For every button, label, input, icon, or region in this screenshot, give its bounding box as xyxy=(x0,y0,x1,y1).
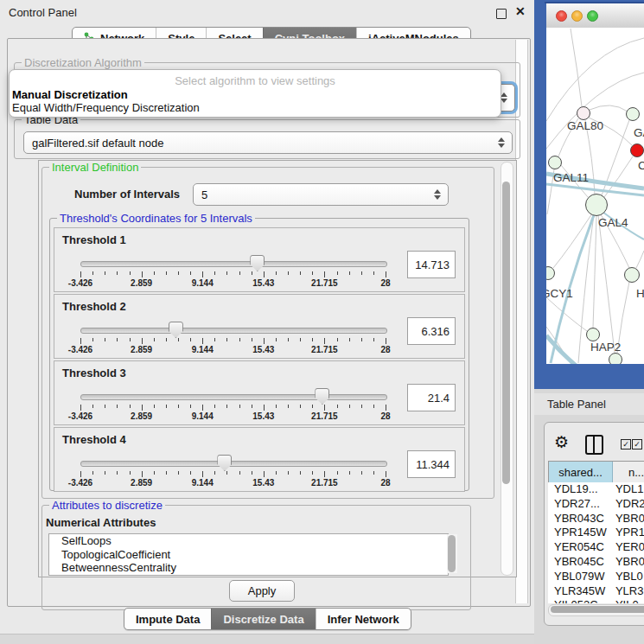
network-node[interactable] xyxy=(587,328,600,341)
network-node[interactable] xyxy=(625,268,640,283)
attribute-item[interactable]: SelfLoops xyxy=(49,534,448,548)
table-rows[interactable]: YDL19...YDL1YDR27...YDR2YBR043CYBR0YPR14… xyxy=(548,482,644,603)
threshold-value-field[interactable]: 11.344 xyxy=(407,450,456,478)
network-node[interactable] xyxy=(631,144,644,157)
threshold-row-3: Threshold 3-3.4262.8599.14415.4321.71528… xyxy=(54,360,465,425)
network-node[interactable] xyxy=(546,267,555,280)
network-node[interactable] xyxy=(627,108,640,121)
tab-discretize-data[interactable]: Discretize Data xyxy=(211,609,315,629)
threshold-slider-thumb[interactable] xyxy=(250,255,265,271)
network-canvas[interactable]: GAL80GACGAL11GAL4GCY1HHAP2 xyxy=(546,28,644,364)
apply-button[interactable]: Apply xyxy=(229,580,295,602)
attributes-scrollbar[interactable] xyxy=(447,534,457,573)
float-window-icon[interactable] xyxy=(496,9,507,19)
threshold-row-1: Threshold 1-3.4262.8599.14415.4321.71528… xyxy=(54,227,465,292)
node-label: GCY1 xyxy=(546,287,573,300)
threshold-slider-thumb[interactable] xyxy=(169,322,183,338)
tab-impute-data[interactable]: Impute Data xyxy=(124,609,211,629)
gear-icon[interactable]: ⚙ xyxy=(554,432,569,452)
table-hscrollbar-thumb[interactable] xyxy=(551,606,644,613)
node-label: GAL80 xyxy=(567,119,603,132)
num-intervals-value: 5 xyxy=(194,188,207,201)
threshold-row-4: Threshold 4-3.4262.8599.14415.4321.71528… xyxy=(54,427,465,492)
table-row[interactable]: YIL052CYIL0 xyxy=(548,598,644,603)
network-node[interactable] xyxy=(609,354,622,365)
checkbox-icon[interactable]: ✓ xyxy=(632,439,642,450)
table-row[interactable]: YER054CYER0 xyxy=(548,540,644,555)
interval-definition-title: Interval Definition xyxy=(49,161,141,174)
columns-icon[interactable] xyxy=(585,435,603,455)
threshold-slider-thumb[interactable] xyxy=(315,388,329,405)
network-node[interactable] xyxy=(577,107,590,120)
settings-scrollbar-thumb[interactable] xyxy=(502,182,510,484)
network-edge[interactable] xyxy=(571,29,582,106)
table-data-groupbox: Table Data galFiltered.sif default node xyxy=(14,119,520,159)
table-row[interactable]: YPR145WYPR1 xyxy=(548,526,644,540)
numerical-attributes-list[interactable]: SelfLoopsTopologicalCoefficientBetweenne… xyxy=(48,533,449,576)
network-edge[interactable] xyxy=(598,215,615,353)
settings-scrollbar[interactable] xyxy=(501,162,513,576)
threshold-value-field[interactable]: 6.316 xyxy=(407,317,456,345)
attribute-item[interactable]: TopologicalCoefficient xyxy=(49,548,448,562)
close-icon[interactable]: ✕ xyxy=(515,4,526,18)
node-label: GAL11 xyxy=(553,171,589,184)
threshold-rows: Threshold 1-3.4262.8599.14415.4321.71528… xyxy=(54,227,465,494)
table-header-row: shared... n... xyxy=(548,461,644,483)
network-edge[interactable] xyxy=(636,251,644,268)
threshold-slider-thumb[interactable] xyxy=(217,455,232,471)
column-header-shared-name[interactable]: shared... xyxy=(548,462,613,482)
attribute-item[interactable]: BetweennessCentrality xyxy=(49,561,448,575)
checkbox-icon[interactable]: ✓ xyxy=(621,439,631,450)
thresholds-title: Threshold's Coordinates for 5 Intervals xyxy=(57,212,255,225)
num-intervals-label: Number of Intervals xyxy=(74,188,180,201)
table-row[interactable]: YBL079WYBL0 xyxy=(548,570,644,584)
table-panel: ⚙ ✓ ✓ shared... n... YDL19...YDL1YDR27..… xyxy=(544,422,644,626)
threshold-label: Threshold 4 xyxy=(62,433,126,446)
algorithm-dropdown-popup: Select algorithm to view settings Manual… xyxy=(9,69,501,118)
combo-arrows-icon xyxy=(498,137,505,148)
network-edge[interactable] xyxy=(593,216,596,328)
network-edge[interactable] xyxy=(590,105,628,112)
network-edge[interactable] xyxy=(553,214,592,268)
settings-scrollpane: Interval Definition Number of Intervals … xyxy=(38,160,517,577)
node-label: H xyxy=(636,287,644,300)
combo-arrows-icon xyxy=(501,92,507,103)
column-header-name[interactable]: n... xyxy=(613,462,644,482)
control-panel-titlebar: Control Panel ✕ xyxy=(0,0,534,24)
threshold-slider-track[interactable] xyxy=(80,394,387,400)
tab-infer-network[interactable]: Infer Network xyxy=(316,609,411,629)
zoom-traffic-light[interactable] xyxy=(587,10,598,22)
threshold-value-field[interactable]: 21.4 xyxy=(407,384,456,411)
interval-definition-groupbox: Interval Definition Number of Intervals … xyxy=(41,167,494,499)
table-row[interactable]: YDL19...YDL1 xyxy=(548,482,644,497)
node-label: GA xyxy=(634,126,644,139)
table-hscrollbar[interactable] xyxy=(548,604,644,616)
network-node[interactable] xyxy=(586,194,608,216)
close-traffic-light[interactable] xyxy=(556,10,567,22)
network-node[interactable] xyxy=(549,156,562,169)
table-data-combobox[interactable]: galFiltered.sif default node xyxy=(23,131,513,154)
threshold-label: Threshold 3 xyxy=(62,367,126,379)
table-row[interactable]: YBR043CYBR0 xyxy=(548,512,644,526)
network-window-titlebar[interactable] xyxy=(546,3,644,29)
panel-title: Control Panel xyxy=(9,6,77,19)
threshold-slider-track[interactable] xyxy=(80,328,387,334)
table-row[interactable]: YDR27...YDR2 xyxy=(548,497,644,512)
dropdown-option-equal-width[interactable]: Equal Width/Frequency Discretization xyxy=(12,101,200,114)
threshold-slider-track[interactable] xyxy=(80,461,387,467)
table-row[interactable]: YBR045CYBR0 xyxy=(548,555,644,570)
table-data-value: galFiltered.sif default node xyxy=(24,137,163,150)
node-label: C xyxy=(638,159,644,172)
threshold-row-2: Threshold 2-3.4262.8599.14415.4321.71528… xyxy=(54,294,465,359)
threshold-value-field[interactable]: 14.713 xyxy=(407,251,456,278)
table-panel-title: Table Panel xyxy=(547,398,606,411)
threshold-slider-track[interactable] xyxy=(80,261,387,267)
minimize-traffic-light[interactable] xyxy=(571,10,583,22)
threshold-label: Threshold 2 xyxy=(62,300,126,313)
table-row[interactable]: YLR345WYLR3 xyxy=(548,584,644,599)
dropdown-option-manual[interactable]: Manual Discretization xyxy=(12,88,128,101)
num-intervals-combobox[interactable]: 5 xyxy=(193,183,449,206)
thresholds-groupbox: Threshold's Coordinates for 5 Intervals … xyxy=(49,218,469,491)
node-label: HAP2 xyxy=(590,341,621,354)
dropdown-hint: Select algorithm to view settings xyxy=(10,74,501,87)
